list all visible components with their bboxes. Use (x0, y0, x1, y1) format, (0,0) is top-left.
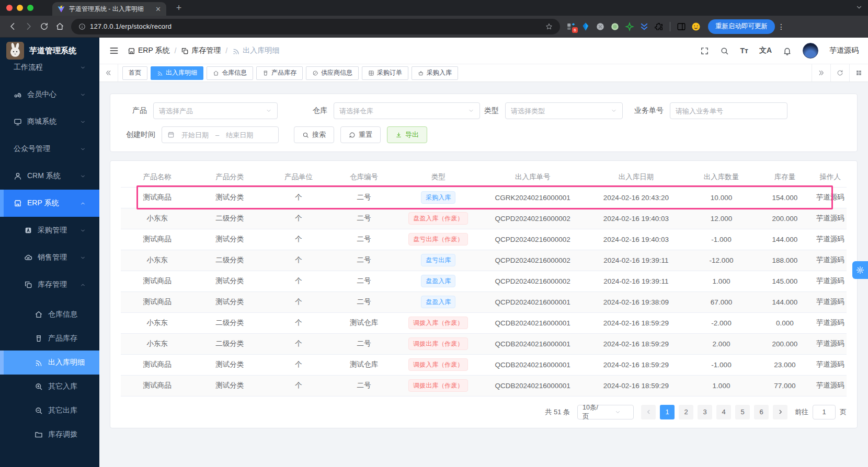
search-icon[interactable] (720, 46, 729, 55)
extension-screenshot-button[interactable]: 6 (564, 20, 578, 33)
folder-icon (35, 430, 43, 439)
extension-gray-button[interactable] (593, 20, 607, 33)
emoji-avatar-icon (691, 22, 701, 31)
page-button-3[interactable]: 3 (698, 405, 712, 419)
window-close-button[interactable] (6, 5, 13, 11)
sidebar-item-sales[interactable]: 销售管理 (0, 244, 99, 271)
reload-button[interactable] (37, 19, 51, 34)
chevron-down-icon (607, 409, 629, 415)
prev-page-button[interactable] (641, 405, 656, 419)
browser-tab[interactable]: 芋道管理系统 - 出入库明细 ✕ (52, 2, 166, 16)
browser-menu-button[interactable]: ⋮ (776, 22, 786, 31)
product-select[interactable] (153, 102, 278, 119)
breadcrumb-item[interactable]: 出入库明细 (232, 46, 279, 55)
font-size-icon[interactable]: Tт (740, 46, 748, 55)
tags-refresh-button[interactable] (830, 64, 849, 81)
tags-layout-button[interactable] (849, 64, 868, 81)
warehouse-select[interactable] (334, 102, 480, 119)
extension-star-button[interactable] (623, 20, 636, 33)
bizno-input[interactable] (670, 102, 787, 119)
theme-settings-button[interactable] (852, 261, 868, 279)
page-size-select[interactable]: 10条/页 (577, 405, 634, 419)
next-page-button[interactable] (773, 405, 787, 419)
reset-button[interactable]: 重置 (340, 126, 381, 143)
goto-page-input[interactable] (813, 405, 836, 419)
side-panel-button[interactable] (675, 20, 688, 33)
type-badge: 盘亏出库 (421, 254, 455, 266)
window-minimize-button[interactable] (17, 5, 23, 11)
sidebar-item-purchase[interactable]: 采购管理 (0, 217, 99, 244)
reset-icon (349, 132, 356, 138)
bookmark-star-icon[interactable] (545, 23, 553, 30)
tab-出入库明细[interactable]: 出入库明细 (151, 66, 203, 80)
page-button-4[interactable]: 4 (716, 405, 731, 419)
app-logo-icon (6, 42, 24, 60)
sidebar-item-label: 销售管理 (38, 253, 67, 262)
home-button[interactable] (52, 19, 67, 34)
tab-采购订单[interactable]: 采购订单 (362, 66, 408, 80)
collapse-menu-icon[interactable] (109, 45, 119, 56)
sidebar-item-product-stock[interactable]: 产品库存 (0, 326, 99, 351)
tab-首页[interactable]: 首页 (122, 66, 147, 80)
sidebar-item-member[interactable]: 会员中心 (0, 81, 99, 108)
chrome-update-button[interactable]: 重新启动即可更新 (708, 19, 775, 34)
tab-产品库存[interactable]: 产品库存 (256, 66, 303, 80)
tags-scroll-right-button[interactable] (812, 64, 830, 81)
goto-suffix: 页 (840, 407, 847, 417)
date-end-input[interactable] (222, 131, 257, 139)
user-avatar[interactable] (803, 43, 818, 59)
bizno-label: 业务单号 (623, 106, 670, 115)
sidebar-item-mall[interactable]: 商城系统 (0, 108, 99, 135)
date-range-separator: – (215, 131, 219, 139)
url-text: 127.0.0.1/erp/stock/record (90, 22, 541, 30)
sidebar-item-erp[interactable]: ERP 系统 (0, 190, 99, 217)
sidebar-item-stock-move[interactable]: 库存调拨 (0, 423, 99, 447)
sidebar-item-warehouse-info[interactable]: 仓库信息 (0, 302, 99, 326)
extension-chevrons-button[interactable] (637, 20, 651, 33)
tab-采购入库[interactable]: 采购入库 (412, 66, 458, 80)
search-button[interactable]: 搜索 (294, 126, 334, 143)
table-cell: 二号 (332, 187, 397, 208)
site-info-icon[interactable] (78, 23, 86, 30)
breadcrumb-item[interactable]: 库存管理 (181, 46, 221, 55)
extension-kite-button[interactable] (579, 20, 592, 33)
back-button[interactable] (5, 19, 20, 34)
purchaseA-icon (24, 226, 32, 235)
notification-bell-icon[interactable] (783, 46, 792, 55)
tab-仓库信息[interactable]: 仓库信息 (207, 66, 253, 80)
extensions-menu-button[interactable] (652, 20, 666, 33)
sidebar-item-stock-record[interactable]: 出入库明细 (0, 351, 99, 375)
extension-green-button[interactable] (608, 20, 622, 33)
sidebar-item-other-out[interactable]: 其它出库 (0, 399, 99, 423)
tab-供应商信息[interactable]: 供应商信息 (306, 66, 359, 80)
sidebar-item-workflow[interactable]: 工作流程 (0, 64, 99, 81)
username[interactable]: 芋道源码 (829, 46, 859, 55)
forward-button[interactable] (21, 19, 36, 34)
window-zoom-button[interactable] (27, 5, 33, 11)
table-cell: 个 (266, 375, 332, 396)
export-button[interactable]: 导出 (387, 126, 427, 143)
page-button-2[interactable]: 2 (679, 405, 693, 419)
table-cell: 小东东 (121, 250, 193, 271)
sidebar-item-mp-admin[interactable]: 公众号管理 (0, 135, 99, 162)
sidebar-item-crm[interactable]: CRM 系统 (0, 162, 99, 190)
address-bar[interactable]: 127.0.0.1/erp/stock/record (71, 19, 560, 34)
tab-close-icon[interactable]: ✕ (155, 5, 161, 13)
breadcrumb-item[interactable]: ERP 系统 (128, 46, 169, 55)
translate-icon[interactable]: 文A (759, 46, 772, 55)
pagination-total: 共 51 条 (545, 407, 570, 417)
sidebar-item-stock[interactable]: 库存管理 (0, 271, 99, 298)
page-button-5[interactable]: 5 (735, 405, 750, 419)
page-button-6[interactable]: 6 (754, 405, 769, 419)
profile-avatar-button[interactable] (689, 20, 703, 33)
type-select[interactable] (505, 102, 623, 119)
table-cell: 芋道源码 (814, 333, 847, 354)
sidebar-item-other-in[interactable]: 其它入库 (0, 375, 99, 399)
fullscreen-icon[interactable] (700, 46, 709, 55)
tags-scroll-left-button[interactable] (99, 64, 118, 81)
date-start-input[interactable] (178, 131, 212, 139)
new-tab-button[interactable]: + (173, 3, 185, 14)
tab-search-chevron-icon[interactable] (855, 4, 863, 11)
page-button-1[interactable]: 1 (660, 405, 675, 419)
date-range-picker[interactable]: – (162, 126, 279, 143)
